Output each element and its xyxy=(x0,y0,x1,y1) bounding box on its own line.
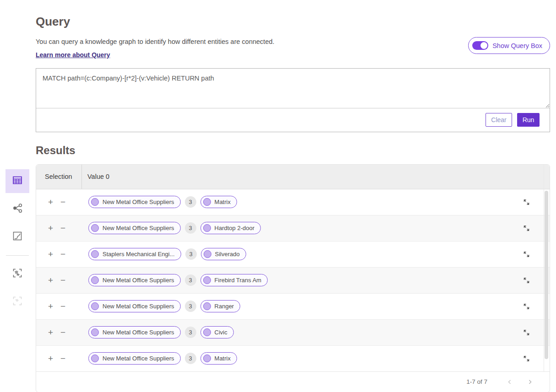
table-view-icon xyxy=(11,174,23,188)
row-value-cell: New Metal Office Suppliers 3 Matrix xyxy=(82,196,550,208)
row-target-pill-label: Civic xyxy=(215,329,227,336)
scrollbar-thumb[interactable] xyxy=(545,191,548,359)
table-row: + − New Metal Office Suppliers 3 Ranger xyxy=(36,294,550,320)
row-selection-cell: + − xyxy=(36,354,82,363)
source-entity-pill[interactable]: Staplers Mechanical Engi... xyxy=(88,248,181,260)
table-pagination: 1-7 of 7 xyxy=(36,372,550,392)
raw-view-icon xyxy=(11,295,23,309)
show-query-box-toggle[interactable]: Show Query Box xyxy=(468,37,550,54)
source-entity-pill[interactable]: New Metal Office Suppliers xyxy=(88,352,181,365)
previous-page-button[interactable] xyxy=(506,378,514,386)
add-selection-button[interactable]: + xyxy=(48,354,53,363)
add-selection-button[interactable]: + xyxy=(48,276,53,285)
entity-node-icon xyxy=(91,328,99,336)
chart-view-button[interactable] xyxy=(5,225,29,249)
table-row: + − New Metal Office Suppliers 3 Firebir… xyxy=(36,268,550,294)
row-target-pill-label: Firebird Trans Am xyxy=(215,277,262,284)
add-selection-button[interactable]: + xyxy=(48,302,53,311)
toggle-switch-icon[interactable] xyxy=(472,41,488,50)
remove-selection-button[interactable]: − xyxy=(60,276,65,285)
target-entity-pill[interactable]: Ranger xyxy=(200,300,241,312)
table-row: + − New Metal Office Suppliers 3 Matrix xyxy=(36,346,550,372)
expand-icon xyxy=(523,226,530,233)
clear-button[interactable]: Clear xyxy=(486,113,512,127)
entity-node-icon xyxy=(203,328,211,336)
source-entity-pill[interactable]: New Metal Office Suppliers xyxy=(88,222,181,234)
row-count-badge: 3 xyxy=(185,301,196,312)
add-selection-button[interactable]: + xyxy=(48,198,53,206)
row-count-badge: 3 xyxy=(185,248,197,260)
source-entity-pill[interactable]: New Metal Office Suppliers xyxy=(88,326,181,338)
entity-node-icon xyxy=(91,250,99,258)
expand-icon xyxy=(523,200,530,207)
expand-row-button[interactable] xyxy=(521,274,532,286)
remove-selection-button[interactable]: − xyxy=(60,224,65,232)
view-sidebar xyxy=(5,169,29,314)
results-table: Selection Value 0 + − New Metal Office S… xyxy=(36,164,550,392)
graph-view-button[interactable] xyxy=(5,197,29,221)
table-row: + − New Metal Office Suppliers 3 Matrix xyxy=(36,189,550,215)
source-entity-pill[interactable]: New Metal Office Suppliers xyxy=(88,274,181,286)
row-selection-cell: + − xyxy=(36,198,82,206)
page-title: Query xyxy=(36,15,550,29)
query-input[interactable]: MATCH path=(c:Company)-[r*2]-(v:Vehicle)… xyxy=(36,69,550,108)
map-view-button[interactable] xyxy=(5,262,29,286)
map-view-icon xyxy=(11,267,23,281)
query-panel: MATCH path=(c:Company)-[r*2]-(v:Vehicle)… xyxy=(36,68,550,132)
expand-icon xyxy=(523,331,530,338)
target-entity-pill[interactable]: Silverado xyxy=(201,248,246,260)
entity-node-icon xyxy=(203,224,211,232)
row-selection-cell: + − xyxy=(36,224,82,232)
row-source-pill-label: New Metal Office Suppliers xyxy=(103,303,174,310)
row-source-pill-label: New Metal Office Suppliers xyxy=(103,329,174,336)
source-entity-pill[interactable]: New Metal Office Suppliers xyxy=(88,300,181,312)
target-entity-pill[interactable]: Firebird Trans Am xyxy=(200,274,268,286)
add-selection-button[interactable]: + xyxy=(48,250,53,258)
chevron-right-icon xyxy=(527,380,533,387)
expand-row-button[interactable] xyxy=(521,301,532,312)
table-scrollbar[interactable] xyxy=(544,190,549,371)
row-source-pill-label: New Metal Office Suppliers xyxy=(103,199,174,205)
entity-node-icon xyxy=(91,354,99,362)
target-entity-pill[interactable]: Matrix xyxy=(200,352,237,365)
entity-node-icon xyxy=(203,354,211,362)
target-entity-pill[interactable]: Hardtop 2-door xyxy=(200,222,261,234)
pagination-range-label: 1-7 of 7 xyxy=(466,378,487,385)
learn-more-link[interactable]: Learn more about Query xyxy=(36,51,110,59)
remove-selection-button[interactable]: − xyxy=(60,328,65,337)
table-row: + − New Metal Office Suppliers 3 Hardtop… xyxy=(36,215,550,242)
expand-row-button[interactable] xyxy=(521,353,532,364)
expand-icon xyxy=(523,279,530,285)
row-value-cell: Staplers Mechanical Engi... 3 Silverado xyxy=(82,248,550,260)
source-entity-pill[interactable]: New Metal Office Suppliers xyxy=(88,196,181,208)
page-description: You can query a knowledge graph to ident… xyxy=(36,37,275,47)
add-selection-button[interactable]: + xyxy=(48,224,53,232)
row-selection-cell: + − xyxy=(36,328,82,337)
expand-row-button[interactable] xyxy=(521,327,532,338)
remove-selection-button[interactable]: − xyxy=(60,354,65,363)
add-selection-button[interactable]: + xyxy=(48,328,53,337)
remove-selection-button[interactable]: − xyxy=(60,250,65,258)
expand-row-button[interactable] xyxy=(521,248,532,260)
expand-row-button[interactable] xyxy=(521,222,532,234)
row-count-badge: 3 xyxy=(185,274,196,286)
expand-icon xyxy=(523,305,530,311)
table-view-button[interactable] xyxy=(5,169,29,193)
row-target-pill-label: Silverado xyxy=(215,251,240,258)
row-value-cell: New Metal Office Suppliers 3 Ranger xyxy=(82,300,550,312)
remove-selection-button[interactable]: − xyxy=(60,198,65,206)
target-entity-pill[interactable]: Civic xyxy=(200,326,234,338)
row-value-cell: New Metal Office Suppliers 3 Hardtop 2-d… xyxy=(82,222,550,234)
target-entity-pill[interactable]: Matrix xyxy=(200,196,237,208)
row-target-pill-label: Ranger xyxy=(215,303,234,310)
expand-row-button[interactable] xyxy=(521,196,532,208)
remove-selection-button[interactable]: − xyxy=(60,302,65,311)
row-source-pill-label: New Metal Office Suppliers xyxy=(103,355,174,362)
next-page-button[interactable] xyxy=(526,378,534,386)
run-button[interactable]: Run xyxy=(517,113,540,127)
sidebar-divider xyxy=(6,255,29,256)
query-page: Query You can query a knowledge graph to… xyxy=(0,0,556,392)
row-value-cell: New Metal Office Suppliers 3 Firebird Tr… xyxy=(82,274,550,286)
row-selection-cell: + − xyxy=(36,276,82,285)
column-header-value0: Value 0 xyxy=(82,172,109,181)
